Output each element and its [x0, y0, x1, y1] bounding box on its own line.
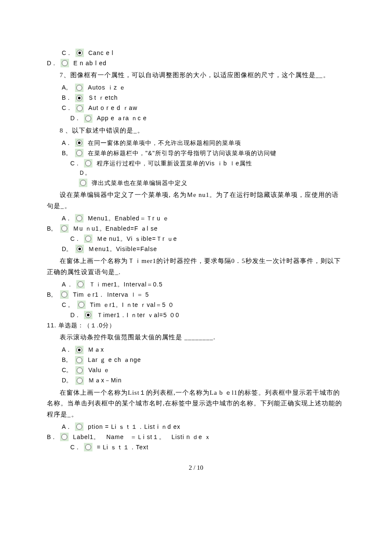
q7-option-d[interactable]: D． App e ａra ｎc e: [47, 114, 345, 123]
q11-option-b[interactable]: B。 Lar ｇ e ch ａnge: [47, 356, 345, 364]
option-text: Canc e l: [88, 49, 113, 57]
radio-icon: [84, 443, 92, 451]
q9-stem: 设在菜单编辑器中定义了一个菜单项, 名为Ｍe nu1。为了在运行时隐藏该菜单项，…: [47, 190, 345, 211]
option-text: Autos ｉz ｅ: [88, 84, 126, 91]
radio-icon: [61, 59, 69, 67]
q9-option-c[interactable]: C． Ｍe nu1。Vi ｓible=Ｔr ｕe: [47, 234, 345, 243]
radio-icon: [75, 356, 84, 364]
q7-option-c[interactable]: C． Aut o r e d ｒaw: [47, 104, 345, 113]
q12-option-c[interactable]: C． = Li ｓｔ１．Text: [47, 443, 345, 451]
option-letter: B。: [47, 291, 57, 298]
option-letter: B。: [62, 356, 72, 364]
q8-option-c[interactable]: C． 程序运行过程中，可以重新设置菜单的Vis ｉb ｌe属性: [47, 159, 345, 168]
radio-icon: [76, 280, 85, 289]
option-letter: A．: [62, 139, 72, 147]
option-letter: D。: [62, 376, 72, 384]
q7-option-b[interactable]: B． Ｓt ｒetch: [47, 94, 345, 102]
radio-icon: [75, 49, 84, 57]
option-text: Valu ｅ: [88, 366, 110, 374]
option-letter: C。: [62, 366, 72, 374]
q8-option-b[interactable]: B。 在菜单的标题栏中，"&"所引导的字母指明了访问该菜单项的访问键: [47, 149, 345, 157]
radio-icon: [75, 94, 84, 102]
q11-header: 11. 单选题：（１.0分）: [47, 322, 345, 330]
q12-option-a[interactable]: A． ption = Li ｓｔ１．List i ｎd ex: [47, 422, 345, 431]
radio-icon: [60, 290, 69, 299]
option-text: Lar ｇ e ch ａnge: [88, 356, 141, 364]
option-text: Ｔｉmer1。Interval＝0.5: [89, 280, 162, 288]
option-letter: A ．: [62, 280, 73, 288]
q8-option-d-letter: Ｄ。: [79, 169, 345, 177]
radio-icon: [75, 346, 84, 354]
q7-option-a[interactable]: A。 Autos ｉz ｅ: [47, 84, 345, 92]
option-text: Ｍａx: [88, 346, 104, 353]
option-letter: C．: [70, 159, 81, 167]
page-content: C． Canc e l D． E n ab l ed 7、图像框有一个属性，可以…: [0, 0, 392, 489]
option-text: Ｍe nu1。Vi ｓible=Ｔr ｕe: [97, 235, 177, 243]
q11-option-a[interactable]: A． Ｍａx: [47, 346, 345, 354]
radio-icon: [75, 84, 84, 92]
option-text: 在同一窗体的菜单项中，不允许出现标题相同的菜单项: [88, 139, 241, 147]
radio-icon: [75, 376, 84, 385]
q9-option-b[interactable]: B。 Ｍu ｎu1。Enabled=F ａl se: [47, 224, 345, 233]
radio-icon: [84, 234, 92, 243]
q8-stem: 8 、以下叙述中错误的是_。: [47, 125, 345, 136]
q11-option-c[interactable]: C。 Valu ｅ: [47, 366, 345, 375]
radio-icon: [84, 114, 92, 123]
option-text: Tim ｅr1． Interva ｌ＝ 5: [73, 291, 149, 298]
option-text: Tim ｅr1。I ｎte ｒval＝5 ０: [90, 301, 174, 309]
radio-icon: [60, 224, 69, 233]
option-text: Aut o r e d ｒaw: [88, 104, 137, 112]
option-letter: A．: [62, 346, 72, 353]
option-text: 程序运行过程中，可以重新设置菜单的Vis ｉb ｌe属性: [97, 159, 252, 167]
option-letter: C．: [70, 235, 81, 243]
option-text: E n ab l ed: [73, 59, 107, 67]
option-letter: B。: [47, 225, 57, 232]
option-text: Menu1。Enabled＝Ｔr u ｅ: [88, 214, 169, 222]
option-text: App e ａra ｎc e: [97, 114, 147, 122]
q11-option-d[interactable]: D。 Ｍａx－Min: [47, 376, 345, 385]
q8-option-a[interactable]: A． 在同一窗体的菜单项中，不允许出现标题相同的菜单项: [47, 139, 345, 147]
option-letter: D．: [47, 59, 57, 67]
option-letter: B．: [47, 433, 57, 441]
option-text: Ｔimer1．I ｎter ｖal=5 ０0: [97, 311, 179, 319]
option-text: Ｍenu1。Visible=False: [88, 245, 157, 253]
q12-option-b[interactable]: B． Label1。 Name ＝Ｌi st１。 Listi n ｄe ｘ: [47, 433, 345, 441]
option-letter: C．: [62, 49, 72, 57]
option-text: Ｍu ｎu1。Enabled=F ａl se: [73, 225, 158, 232]
q8-option-d[interactable]: 弹出式菜单也在菜单编辑器中定义: [47, 179, 345, 187]
option-letter: C．: [62, 104, 72, 112]
option-letter: A．: [62, 214, 72, 222]
radio-icon: [75, 139, 84, 147]
radio-icon: [84, 311, 92, 319]
option-letter: D．: [70, 114, 81, 122]
radio-icon: [60, 433, 69, 441]
radio-icon: [75, 149, 84, 157]
radio-icon: [77, 301, 86, 309]
radio-icon: [75, 245, 84, 253]
q10-option-c[interactable]: C 。 Tim ｅr1。I ｎte ｒval＝5 ０: [47, 301, 345, 309]
option-letter: D。: [62, 245, 72, 253]
q6-option-d[interactable]: D． E n ab l ed: [47, 59, 345, 67]
option-letter: B．: [62, 94, 72, 101]
radio-icon: [75, 214, 84, 223]
option-text: 弹出式菜单也在菜单编辑器中定义: [92, 179, 187, 187]
q9-option-d[interactable]: D。 Ｍenu1。Visible=False: [47, 245, 345, 253]
option-letter: D．: [70, 311, 81, 319]
option-text: ption = Li ｓｔ１．List i ｎd ex: [88, 423, 180, 431]
q6-option-c[interactable]: C． Canc e l: [47, 49, 345, 57]
q10-option-d[interactable]: D． Ｔimer1．I ｎter ｖal=5 ０0: [47, 311, 345, 319]
option-letter: C 。: [62, 301, 74, 309]
option-text: 在菜单的标题栏中，"&"所引导的字母指明了访问该菜单项的访问键: [88, 149, 276, 157]
option-text: Label1。 Name ＝Ｌi st１。 Listi n ｄe ｘ: [73, 433, 210, 441]
q12-stem: 在窗体上画一个名称为List１的列表框,一个名称为La b ｅl1的标签。列表框…: [47, 387, 345, 420]
q10-option-a[interactable]: A ． Ｔｉmer1。Interval＝0.5: [47, 280, 345, 289]
option-text: Ｓt ｒetch: [88, 94, 118, 101]
q10-option-b[interactable]: B。 Tim ｅr1． Interva ｌ＝ 5: [47, 290, 345, 299]
option-letter: B。: [62, 149, 72, 157]
radio-icon: [75, 422, 84, 431]
radio-icon: [75, 366, 84, 375]
radio-icon: [84, 159, 92, 168]
q9-option-a[interactable]: A． Menu1。Enabled＝Ｔr u ｅ: [47, 214, 345, 223]
q11-stem: 表示滚动条控件取值范围最大值的属性是 ________.: [47, 332, 345, 343]
option-letter: C．: [70, 443, 81, 451]
